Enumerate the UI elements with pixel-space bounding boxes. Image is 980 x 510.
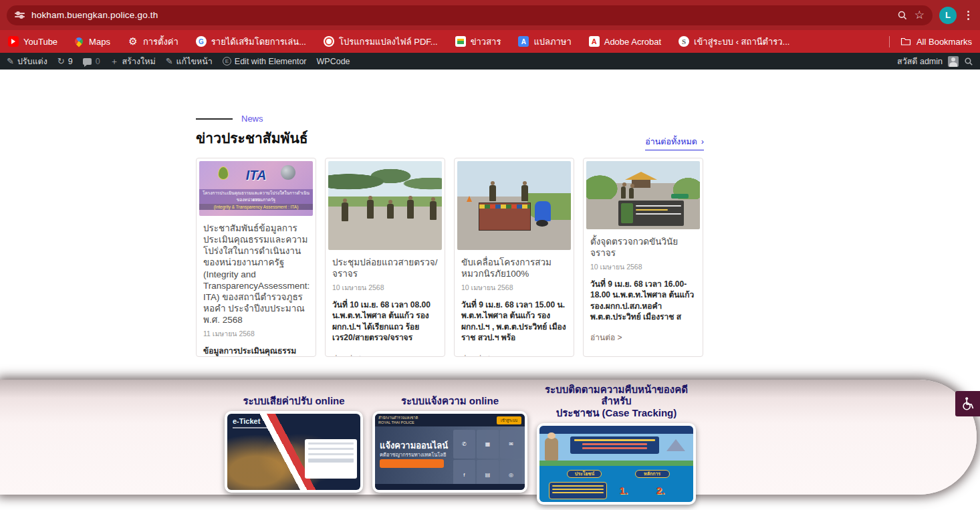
news-card-checkpoint[interactable]: ตั้งจุดตรวจกวดขันวินัยจราจร 10 เมษายน 25… [583, 158, 703, 357]
card-title[interactable]: ตั้งจุดตรวจกวดขันวินัยจราจร [590, 236, 696, 259]
card-excerpt: วันที่ 9 เม.ย. 68 เวลา 15.00 น. พ.ต.ท.ไพ… [461, 299, 567, 343]
wp-search-icon[interactable] [964, 57, 973, 66]
bookmark-google[interactable]: Gรายได้เสริมโดยการเล่น... [196, 35, 306, 49]
bookmark-label: รายได้เสริมโดยการเล่น... [211, 35, 306, 49]
read-more-link[interactable]: อ่านต่อ > [332, 352, 438, 356]
system-title: ระบบติดตามความคืบหน้าของคดีสำหรับ ประชาช… [537, 384, 696, 418]
officer-figure [367, 200, 374, 219]
wp-admin-bar: ✎ปรับแต่ง ↻9 0 ＋สร้างใหม่ ✎แก้ไขหน้า EEd… [0, 53, 980, 70]
read-more-link[interactable]: อ่านต่อ > [461, 352, 567, 356]
news-card-helmet[interactable]: ขับเคลื่อนโครงการสวมหมวกนิรภัย100% 10 เม… [454, 158, 574, 357]
accessibility-button[interactable] [955, 391, 980, 416]
acrobat-icon: A [589, 36, 600, 47]
login-form-graphic [305, 439, 357, 479]
card-date: 11 เมษายน 2568 [203, 328, 309, 340]
online-report-thumbnail[interactable]: สำนักงานตำรวจแห่งชาติ ROYAL THAI POLICE … [372, 411, 527, 493]
card-excerpt: วันที่ 10 เม.ย. 68 เวลา 08.00 น.พ.ต.ท.ไพ… [332, 299, 438, 343]
url-text[interactable]: hokham.buengkan.police.go.th [31, 10, 158, 20]
benefit-pill: ประโยชน์ [567, 470, 602, 478]
card-title[interactable]: ขับเคลื่อนโครงการสวมหมวกนิรภัย100% [461, 257, 567, 279]
traffic-cone-graphic [467, 196, 472, 202]
case-tracking-thumbnail[interactable]: ประโยชน์ หลักการ 1. 2. [537, 423, 696, 505]
chat-tile-icon: ✉ [500, 430, 522, 459]
bookmark-settings[interactable]: ⚙การตั้งค่า [128, 35, 178, 49]
profile-avatar[interactable]: L [939, 7, 957, 24]
news-image-traffic-checkpoint[interactable] [586, 161, 700, 229]
wp-new-content[interactable]: ＋สร้างใหม่ [110, 55, 156, 68]
news-image-ita-banner[interactable]: ITA โครงการประเมินคุณธรรมและความโปร่งใสใ… [199, 161, 313, 216]
benefit-box-graphic [549, 482, 607, 499]
campaign-banner-graphic [479, 203, 531, 231]
read-more-link[interactable]: อ่านต่อ > [590, 331, 696, 344]
report-cta-button [380, 459, 444, 468]
bookmark-login[interactable]: Sเข้าสู่ระบบ ‹ สถานีตำรว... [679, 35, 789, 49]
motorcycle-graphic [535, 201, 551, 221]
news-section: News ข่าวประชาสัมพันธ์ อ่านต่อทั้งหมด › … [196, 114, 704, 357]
browser-menu-icon[interactable] [963, 11, 973, 20]
news-image-helmet-campaign[interactable] [457, 161, 571, 250]
gps-watermark-graphic [671, 194, 689, 199]
officer-figure [387, 204, 394, 219]
case-tracking-screenshot: ประโยชน์ หลักการ 1. 2. [539, 426, 693, 502]
news-image-parade[interactable] [328, 161, 442, 250]
bookmark-translate[interactable]: Aแปลภาษา [518, 35, 571, 49]
wp-elementor-label: Edit with Elementor [235, 57, 307, 66]
qr-tile-icon: ▦ [477, 430, 499, 459]
wheelchair-icon [961, 396, 975, 411]
wp-customize[interactable]: ✎ปรับแต่ง [7, 55, 47, 68]
bookmark-label: YouTube [23, 37, 57, 47]
card-date: 10 เมษายน 2568 [332, 282, 438, 293]
bookmark-youtube[interactable]: YouTube [8, 36, 57, 47]
wp-avatar[interactable] [948, 56, 959, 67]
card-body: ประชาสัมพันธ์ข้อมูลการประเมินคุณธรรมและค… [197, 219, 316, 356]
bookmark-star-icon[interactable]: ☆ [914, 9, 925, 21]
bookmark-acrobat[interactable]: AAdobe Acrobat [589, 36, 661, 47]
system-title: ระบบแจ้งความ online [372, 384, 527, 406]
card-title[interactable]: ประชาสัมพันธ์ข้อมูลการประเมินคุณธรรมและค… [203, 223, 309, 326]
zoom-icon[interactable] [897, 10, 908, 21]
report-footer-bar [375, 484, 525, 490]
news-heading: ข่าวประชาสัมพันธ์ [196, 127, 704, 149]
ita-banner-line2: ของหน่วยงานภาครัฐ [199, 197, 313, 203]
step-two-number: 2. [656, 485, 665, 496]
wp-comments[interactable]: 0 [83, 57, 100, 66]
all-bookmarks[interactable]: All Bookmarks [886, 36, 972, 47]
all-bookmarks-label: All Bookmarks [916, 37, 972, 47]
bookmark-maps[interactable]: Maps [75, 37, 110, 47]
bookmarks-bar: YouTube Maps ⚙การตั้งค่า Gรายได้เสริมโดย… [0, 30, 980, 53]
bookmark-pdf-converter[interactable]: โปรแกรมแปลงไฟล์ PDF... [324, 35, 438, 49]
chevron-right-icon: › [701, 137, 704, 146]
card-title[interactable]: ประชุมปล่อยแถวสายตรวจ/จราจร [332, 257, 438, 279]
officer-figure [430, 201, 437, 220]
wp-edit-page[interactable]: ✎แก้ไขหน้า [166, 55, 213, 68]
card-body: ขับเคลื่อนโครงการสวมหมวกนิรภัย100% 10 เม… [455, 253, 574, 356]
card-excerpt: ข้อมูลการประเมินคุณธรรมและความโปร่งใสใน … [203, 346, 309, 356]
bookmark-label: การตั้งค่า [143, 35, 178, 49]
wp-elementor[interactable]: EEdit with Elementor [223, 57, 307, 66]
wp-wpcode[interactable]: WPCode [317, 57, 350, 66]
eticket-thumbnail[interactable]: e-Ticket [225, 411, 363, 493]
tracking-banner-graphic [570, 436, 659, 454]
rtp-header-bar: สำนักงานตำรวจแห่งชาติ ROYAL THAI POLICE … [375, 414, 525, 426]
bookmark-label: ข่าวสาร [471, 35, 501, 49]
bookmark-news[interactable]: ข่าวสาร [455, 35, 501, 49]
plus-icon: ＋ [110, 57, 119, 66]
news-card-ita[interactable]: ITA โครงการประเมินคุณธรรมและความโปร่งใสใ… [196, 158, 316, 357]
step-one-number: 1. [620, 485, 628, 496]
card-body: ตั้งจุดตรวจกวดขันวินัยจราจร 10 เมษายน 25… [584, 232, 703, 356]
wp-edit-label: แก้ไขหน้า [176, 55, 213, 68]
address-bar[interactable]: hokham.buengkan.police.go.th ☆ [7, 5, 933, 25]
view-all-link[interactable]: อ่านต่อทั้งหมด › [645, 135, 704, 150]
eyebrow-line [196, 118, 233, 120]
wp-updates[interactable]: ↻9 [57, 57, 73, 66]
bookmark-label: Adobe Acrobat [604, 37, 661, 47]
officer-figure [489, 185, 496, 201]
ita-logo-text: ITA [199, 168, 313, 183]
site-settings-icon[interactable] [15, 13, 25, 17]
pavilion-graphic [632, 180, 650, 188]
trees-graphic [328, 161, 442, 199]
online-systems-section: ระบบเสียค่าปรับ online e-Ticket ระบบแจ้ง… [0, 380, 977, 495]
card-excerpt: วันที่ 9 เม.ย. 68 เวลา 16.00-18.00 น.พ.ต… [590, 279, 696, 322]
wp-greeting[interactable]: สวัสดี admin [897, 55, 943, 68]
news-card-parade[interactable]: ประชุมปล่อยแถวสายตรวจ/จราจร 10 เมษายน 25… [325, 158, 445, 357]
